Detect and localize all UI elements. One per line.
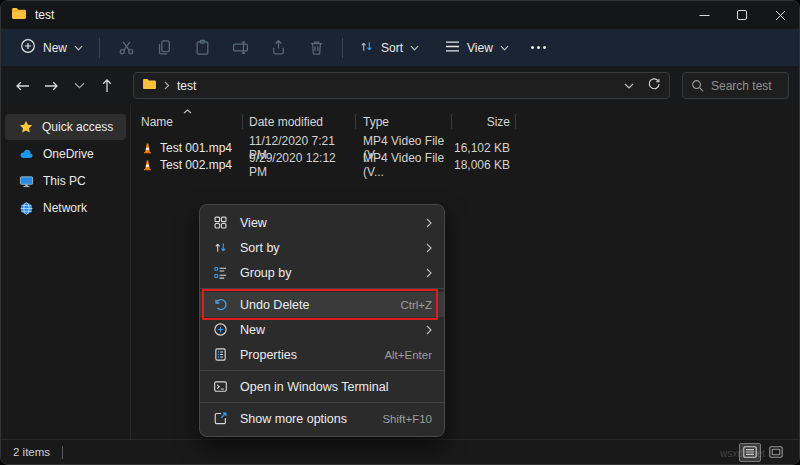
thumbnail-view-button[interactable]	[765, 443, 787, 462]
menu-separator	[200, 370, 444, 371]
undo-arrow-icon	[212, 297, 229, 312]
properties-doc-icon	[212, 347, 229, 362]
plus-circle-icon	[20, 38, 36, 57]
sidebar-item-network[interactable]: Network	[5, 195, 126, 221]
sidebar-item-label: Quick access	[42, 120, 113, 134]
more-options-button[interactable]	[524, 33, 554, 63]
menu-item-new[interactable]: New	[200, 317, 444, 342]
submenu-chevron-icon	[426, 218, 432, 228]
chevron-down-icon	[410, 45, 419, 51]
delete-button[interactable]	[297, 33, 335, 63]
maximize-button[interactable]	[723, 1, 761, 29]
view-grid-icon	[212, 215, 229, 230]
thumbnail-view-icon	[769, 446, 783, 458]
file-size: 16,102 KB	[454, 141, 510, 155]
vlc-cone-icon	[141, 158, 154, 172]
copy-button[interactable]	[145, 33, 183, 63]
window-controls	[685, 1, 799, 29]
column-header-date-modified[interactable]: Date modified	[243, 111, 356, 133]
breadcrumb-separator-icon	[164, 81, 170, 90]
search-placeholder: Search test	[711, 79, 772, 93]
forward-button[interactable]	[37, 72, 65, 100]
menu-item-undo-delete[interactable]: Undo Delete Ctrl+Z	[200, 292, 444, 317]
address-bar[interactable]: test	[133, 72, 670, 99]
context-menu: View Sort by Group by Undo Delete Ctrl+Z…	[199, 204, 445, 437]
status-divider	[62, 446, 63, 459]
share-icon	[270, 39, 287, 56]
rename-icon	[232, 39, 249, 56]
column-header-name[interactable]: Name	[137, 111, 243, 133]
menu-separator	[200, 402, 444, 403]
menu-item-show-more-options[interactable]: Show more options Shift+F10	[200, 406, 444, 431]
minimize-button[interactable]	[685, 1, 723, 29]
ellipsis-icon	[531, 46, 546, 49]
cloud-icon	[19, 147, 34, 162]
cut-button[interactable]	[107, 33, 145, 63]
file-row[interactable]: Test 002.mp4 9/29/2020 12:12 PM MP4 Vide…	[137, 156, 799, 173]
menu-item-open-in-windows-terminal[interactable]: Open in Windows Terminal	[200, 374, 444, 399]
submenu-chevron-icon	[426, 325, 432, 335]
navigation-pane: Quick access OneDrive This PC Network	[1, 105, 131, 441]
scissors-icon	[118, 39, 135, 56]
item-count: 2 items	[13, 446, 50, 458]
chevron-down-icon	[74, 45, 83, 51]
share-button[interactable]	[259, 33, 297, 63]
breadcrumb-folder[interactable]: test	[177, 79, 196, 93]
new-circle-plus-icon	[212, 322, 229, 337]
menu-item-label: New	[240, 323, 415, 337]
sidebar-item-quick-access[interactable]: Quick access	[5, 114, 126, 140]
rename-button[interactable]	[221, 33, 259, 63]
titlebar: test	[1, 1, 799, 29]
copy-icon	[156, 39, 173, 56]
file-row[interactable]: Test 001.mp4 11/12/2020 7:21 PM MP4 Vide…	[137, 139, 799, 156]
menu-item-label: Show more options	[240, 412, 371, 426]
menu-item-label: View	[240, 216, 415, 230]
sort-button-label: Sort	[381, 41, 403, 55]
menu-item-properties[interactable]: Properties Alt+Enter	[200, 342, 444, 367]
toolbar-divider	[342, 38, 343, 58]
view-button[interactable]: View	[436, 33, 518, 63]
menu-item-label: Open in Windows Terminal	[240, 380, 421, 394]
window-title: test	[35, 8, 54, 22]
menu-item-label: Group by	[240, 266, 415, 280]
folder-icon	[11, 7, 27, 23]
network-globe-icon	[19, 201, 34, 216]
menu-item-sort-by[interactable]: Sort by	[200, 235, 444, 260]
clipboard-icon	[194, 39, 211, 56]
column-header-size[interactable]: Size	[452, 111, 516, 133]
submenu-chevron-icon	[426, 268, 432, 278]
new-button[interactable]: New	[11, 33, 92, 63]
menu-item-shortcut: Ctrl+Z	[400, 299, 432, 311]
view-button-label: View	[467, 41, 493, 55]
menu-item-group-by[interactable]: Group by	[200, 260, 444, 285]
chevron-down-icon	[500, 45, 509, 51]
column-headers: Name Date modified Type Size	[137, 111, 799, 133]
monitor-icon	[19, 174, 34, 189]
hamburger-lines-icon	[445, 40, 460, 56]
menu-item-shortcut: Shift+F10	[382, 413, 432, 425]
submenu-chevron-icon	[426, 243, 432, 253]
file-explorer-window: test New Sort View	[0, 0, 800, 465]
menu-item-label: Sort by	[240, 241, 415, 255]
sidebar-item-onedrive[interactable]: OneDrive	[5, 141, 126, 167]
back-button[interactable]	[9, 72, 37, 100]
column-header-type[interactable]: Type	[356, 111, 452, 133]
column-label: Date modified	[249, 115, 323, 129]
file-size: 18,006 KB	[454, 158, 510, 172]
paste-button[interactable]	[183, 33, 221, 63]
close-button[interactable]	[761, 1, 799, 29]
up-button[interactable]	[93, 72, 121, 100]
sidebar-item-label: This PC	[43, 174, 86, 188]
folder-icon	[142, 78, 157, 93]
sidebar-item-this-pc[interactable]: This PC	[5, 168, 126, 194]
sidebar-item-label: OneDrive	[43, 147, 94, 161]
sort-button[interactable]: Sort	[350, 33, 428, 63]
address-dropdown-chevron-icon[interactable]	[624, 83, 634, 89]
toolbar-divider	[99, 38, 100, 58]
search-box[interactable]: Search test	[682, 72, 789, 99]
command-toolbar: New Sort View	[1, 29, 799, 66]
terminal-icon	[212, 379, 229, 394]
recent-locations-chevron[interactable]	[65, 72, 93, 100]
menu-item-view[interactable]: View	[200, 210, 444, 235]
refresh-button[interactable]	[647, 77, 661, 94]
